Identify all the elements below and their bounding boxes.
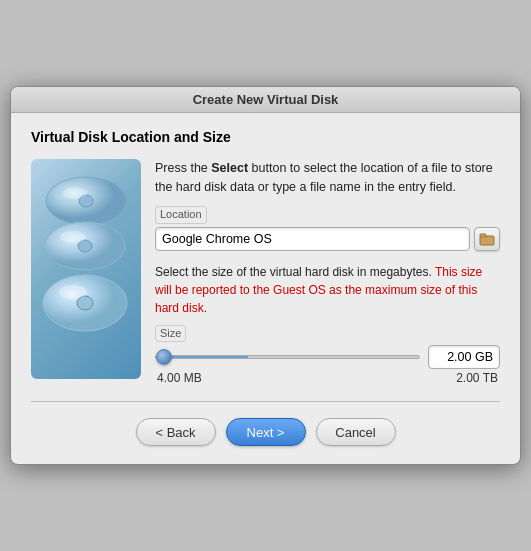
svg-point-8 bbox=[59, 285, 87, 299]
svg-point-2 bbox=[63, 187, 87, 199]
window-content: Virtual Disk Location and Size bbox=[11, 113, 520, 464]
right-content: Press the Select button to select the lo… bbox=[155, 159, 500, 385]
size-min-label: 4.00 MB bbox=[157, 371, 202, 385]
next-button[interactable]: Next > bbox=[226, 418, 306, 446]
back-button[interactable]: < Back bbox=[136, 418, 216, 446]
title-bar: Create New Virtual Disk bbox=[11, 87, 520, 113]
size-slider[interactable] bbox=[155, 355, 420, 359]
window-title: Create New Virtual Disk bbox=[193, 92, 339, 107]
main-window: Create New Virtual Disk Virtual Disk Loc… bbox=[10, 86, 521, 465]
location-field-group: Location bbox=[155, 206, 500, 250]
disk-illustration bbox=[31, 159, 141, 379]
size-description: Select the size of the virtual hard disk… bbox=[155, 263, 500, 317]
svg-point-5 bbox=[60, 231, 86, 243]
section-title: Virtual Disk Location and Size bbox=[31, 129, 500, 145]
svg-rect-10 bbox=[480, 234, 486, 237]
location-input[interactable] bbox=[155, 227, 470, 251]
location-label: Location bbox=[155, 206, 207, 223]
size-range-row: 4.00 MB 2.00 TB bbox=[155, 371, 500, 385]
cancel-button[interactable]: Cancel bbox=[316, 418, 396, 446]
size-input[interactable] bbox=[428, 345, 500, 369]
main-area: Press the Select button to select the lo… bbox=[31, 159, 500, 385]
button-row: < Back Next > Cancel bbox=[31, 412, 500, 450]
disk-front-icon bbox=[41, 272, 129, 334]
size-max-label: 2.00 TB bbox=[456, 371, 498, 385]
browse-icon bbox=[479, 232, 495, 246]
main-description: Press the Select button to select the lo… bbox=[155, 159, 500, 197]
disk-middle-icon bbox=[43, 219, 127, 273]
browse-button[interactable] bbox=[474, 227, 500, 251]
divider bbox=[31, 401, 500, 402]
size-field-group: Size 4.00 MB 2.00 TB bbox=[155, 325, 500, 385]
slider-row bbox=[155, 345, 500, 369]
location-row bbox=[155, 227, 500, 251]
size-label: Size bbox=[155, 325, 186, 342]
